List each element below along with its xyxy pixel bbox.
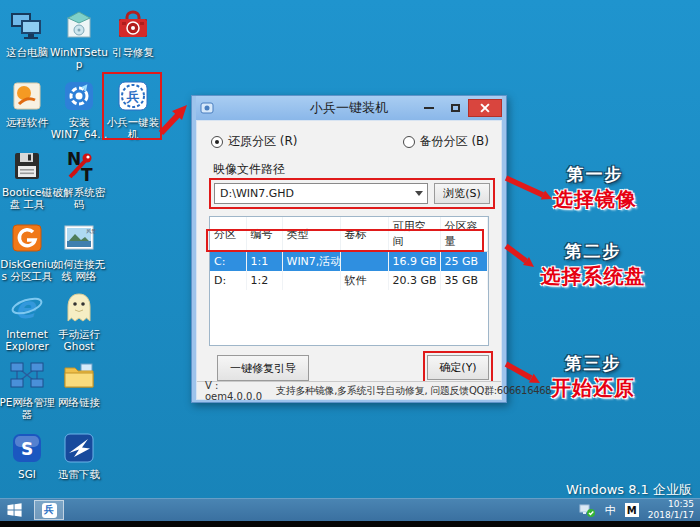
step-1-subtitle: 选择镜像 xyxy=(530,186,660,213)
col-number[interactable]: 编号 xyxy=(246,217,282,252)
radio-backup-label: 备份分区 (B) xyxy=(420,133,489,150)
desktop-icon-bootice[interactable]: Bootice磁盘 工具 xyxy=(0,148,56,210)
table-header-row: 分区 编号 类型 卷标 可用空间 分区容量 xyxy=(210,217,488,252)
minimize-icon xyxy=(424,107,434,109)
desktop-icon-internet-explorer[interactable]: e Internet Explorer xyxy=(0,290,56,352)
version-text: V : oem4.0.0.0 xyxy=(197,380,270,402)
clock-date: 2018/1/17 xyxy=(648,510,694,521)
table-row-d[interactable]: D: 1:2 软件 20.3 GB 35 GB xyxy=(210,271,488,290)
radio-selected-icon xyxy=(211,136,223,148)
ghost-icon xyxy=(61,290,97,326)
desktop-icon-this-pc[interactable]: 这台电脑 xyxy=(0,8,56,58)
cell-label xyxy=(340,252,388,272)
col-free-space[interactable]: 可用空间 xyxy=(388,217,440,252)
taskbar-app-xiaobing[interactable]: 兵 xyxy=(34,500,64,520)
clock-time: 10:35 xyxy=(648,499,694,510)
ok-highlight-box: 确定(Y) xyxy=(423,351,493,384)
image-path-combobox[interactable]: D:\WIN7.GHD xyxy=(214,183,428,204)
annotation-arrow-step2 xyxy=(504,240,544,274)
icon-label: 破解系统密码 xyxy=(50,186,108,210)
gear-icon xyxy=(61,78,97,114)
ime-mode-icon[interactable]: M xyxy=(625,503,639,517)
installer-box-icon xyxy=(61,8,97,44)
desktop-icon-xiaobing[interactable]: 兵 小兵一键装机 xyxy=(104,78,162,140)
maximize-button[interactable] xyxy=(442,99,468,117)
cell-free-space: 16.9 GB xyxy=(388,252,440,272)
cell-partition: C: xyxy=(210,252,246,272)
image-path-highlight-box: D:\WIN7.GHD 浏览(S) xyxy=(209,178,495,209)
icon-label: Bootice磁盘 工具 xyxy=(0,186,56,210)
cell-number: 1:2 xyxy=(246,271,282,290)
col-partition[interactable]: 分区 xyxy=(210,217,246,252)
maximize-icon xyxy=(451,104,460,112)
svg-text:风景: 风景 xyxy=(86,228,96,234)
svg-text:e: e xyxy=(15,290,37,325)
svg-text:T: T xyxy=(81,165,93,184)
desktop-icon-thunder[interactable]: 迅雷下载 xyxy=(50,430,108,480)
dialog-titlebar[interactable]: 小兵一键装机 xyxy=(196,96,502,120)
floppy-disk-icon xyxy=(9,148,45,184)
icon-label: 迅雷下载 xyxy=(50,468,108,480)
cell-type: WIN7,活动 xyxy=(282,252,340,272)
image-path-label: 映像文件路径 xyxy=(213,161,285,178)
desktop-icon-ghost[interactable]: 手动运行 Ghost xyxy=(50,290,108,352)
cell-capacity: 35 GB xyxy=(440,271,488,290)
icon-label: 安装 WIN7_64... xyxy=(50,116,108,140)
nt-key-icon: N T xyxy=(61,148,97,184)
partition-table: 分区 编号 类型 卷标 可用空间 分区容量 C: 1:1 WIN7,活动 xyxy=(209,216,489,346)
icon-label: SGI xyxy=(0,468,56,480)
chevron-down-icon xyxy=(415,191,423,196)
step-2-subtitle: 选择系统盘 xyxy=(528,263,658,290)
radio-backup-partition[interactable]: 备份分区 (B) xyxy=(403,133,489,150)
desktop-icon-remote-software[interactable]: 远程软件 xyxy=(0,78,56,128)
start-button[interactable] xyxy=(0,499,30,521)
desktop-icon-pe-network[interactable]: PE网络管理器 xyxy=(0,358,56,420)
icon-label: DiskGenius 分区工具 xyxy=(0,258,56,282)
desktop-icon-crack-password[interactable]: N T 破解系统密码 xyxy=(50,148,108,210)
desktop-icon-sgi[interactable]: S SGI xyxy=(0,430,56,480)
radio-restore-partition[interactable]: 还原分区 (R) xyxy=(211,133,298,150)
image-path-value: D:\WIN7.GHD xyxy=(220,187,294,200)
repair-boot-button[interactable]: 一键修复引导 xyxy=(217,355,309,381)
step-1-title: 第一步 xyxy=(530,163,660,186)
taskbar-clock[interactable]: 10:35 2018/1/17 xyxy=(648,499,694,522)
dialog-body: 还原分区 (R) 备份分区 (B) 映像文件路径 D:\WIN7.GHD 浏览(… xyxy=(196,120,502,400)
windows-edition-label: Windows 8.1 企业版 xyxy=(566,481,692,499)
desktop: 这台电脑 WinNTSetup 引导修复 远程软件 xyxy=(0,0,700,527)
network-tray-icon[interactable] xyxy=(579,503,596,518)
thunder-bird-icon xyxy=(61,430,97,466)
cell-number: 1:1 xyxy=(246,252,282,272)
svg-text:兵: 兵 xyxy=(126,89,140,104)
desktop-icon-winntsetup[interactable]: WinNTSetup xyxy=(50,8,108,70)
dialog-statusbar: V : oem4.0.0.0 支持多种镜像,多系统引导自动修复, 问题反馈QQ群… xyxy=(197,381,501,399)
desktop-icon-install-win7[interactable]: 安装 WIN7_64... xyxy=(50,78,108,140)
screen-bottom-strip xyxy=(0,521,700,527)
browse-button[interactable]: 浏览(S) xyxy=(434,183,490,204)
radio-unselected-icon xyxy=(403,136,415,148)
close-button[interactable] xyxy=(468,99,502,117)
col-capacity[interactable]: 分区容量 xyxy=(440,217,488,252)
icon-label: 手动运行 Ghost xyxy=(50,328,108,352)
cell-label: 软件 xyxy=(340,271,388,290)
col-label[interactable]: 卷标 xyxy=(340,217,388,252)
computer-icon xyxy=(9,8,45,44)
icon-label: 引导修复 xyxy=(104,46,162,58)
combobox-dropdown-button[interactable] xyxy=(411,184,427,203)
desktop-icon-network-links[interactable]: 网络链接 xyxy=(50,358,108,408)
icon-label: WinNTSetup xyxy=(50,46,108,70)
ok-button[interactable]: 确定(Y) xyxy=(427,355,489,380)
remote-software-icon xyxy=(9,78,45,114)
col-type[interactable]: 类型 xyxy=(282,217,340,252)
desktop-icon-wireless-howto[interactable]: 风景 如何连接无线 网络 xyxy=(50,220,108,282)
close-icon xyxy=(480,103,489,112)
toolbox-icon xyxy=(115,8,151,44)
folder-icon xyxy=(61,358,97,394)
support-text: 支持多种镜像,多系统引导自动修复, 问题反馈QQ群:606616468 xyxy=(270,384,557,398)
ime-language-indicator[interactable]: 中 xyxy=(605,503,616,518)
desktop-icon-diskgenius[interactable]: DiskGenius 分区工具 xyxy=(0,220,56,282)
cell-type xyxy=(282,271,340,290)
table-row-c[interactable]: C: 1:1 WIN7,活动 16.9 GB 25 GB xyxy=(210,252,488,272)
desktop-icon-boot-repair[interactable]: 引导修复 xyxy=(104,8,162,58)
minimize-button[interactable] xyxy=(416,99,442,117)
step-2-title: 第二步 xyxy=(528,240,658,263)
